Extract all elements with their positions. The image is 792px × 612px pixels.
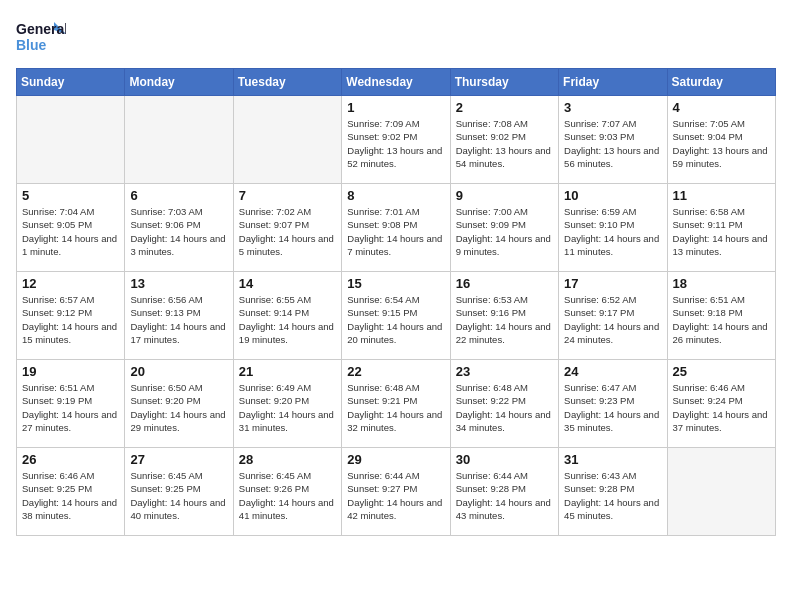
- day-info: Sunrise: 7:08 AM Sunset: 9:02 PM Dayligh…: [456, 117, 553, 170]
- day-number: 2: [456, 100, 553, 115]
- day-number: 18: [673, 276, 770, 291]
- col-header-friday: Friday: [559, 69, 667, 96]
- week-row-4: 19Sunrise: 6:51 AM Sunset: 9:19 PM Dayli…: [17, 360, 776, 448]
- calendar-cell: 29Sunrise: 6:44 AM Sunset: 9:27 PM Dayli…: [342, 448, 450, 536]
- svg-text:Blue: Blue: [16, 37, 47, 53]
- day-number: 11: [673, 188, 770, 203]
- day-number: 4: [673, 100, 770, 115]
- calendar-cell: 10Sunrise: 6:59 AM Sunset: 9:10 PM Dayli…: [559, 184, 667, 272]
- day-info: Sunrise: 6:48 AM Sunset: 9:22 PM Dayligh…: [456, 381, 553, 434]
- calendar-cell: 20Sunrise: 6:50 AM Sunset: 9:20 PM Dayli…: [125, 360, 233, 448]
- day-info: Sunrise: 6:48 AM Sunset: 9:21 PM Dayligh…: [347, 381, 444, 434]
- calendar-cell: 2Sunrise: 7:08 AM Sunset: 9:02 PM Daylig…: [450, 96, 558, 184]
- day-info: Sunrise: 6:52 AM Sunset: 9:17 PM Dayligh…: [564, 293, 661, 346]
- calendar-cell: 9Sunrise: 7:00 AM Sunset: 9:09 PM Daylig…: [450, 184, 558, 272]
- calendar-cell: 28Sunrise: 6:45 AM Sunset: 9:26 PM Dayli…: [233, 448, 341, 536]
- calendar-cell: [667, 448, 775, 536]
- day-number: 23: [456, 364, 553, 379]
- calendar-cell: 21Sunrise: 6:49 AM Sunset: 9:20 PM Dayli…: [233, 360, 341, 448]
- day-info: Sunrise: 6:58 AM Sunset: 9:11 PM Dayligh…: [673, 205, 770, 258]
- calendar-cell: 1Sunrise: 7:09 AM Sunset: 9:02 PM Daylig…: [342, 96, 450, 184]
- calendar-cell: 3Sunrise: 7:07 AM Sunset: 9:03 PM Daylig…: [559, 96, 667, 184]
- day-number: 7: [239, 188, 336, 203]
- day-info: Sunrise: 6:53 AM Sunset: 9:16 PM Dayligh…: [456, 293, 553, 346]
- day-info: Sunrise: 6:51 AM Sunset: 9:18 PM Dayligh…: [673, 293, 770, 346]
- col-header-tuesday: Tuesday: [233, 69, 341, 96]
- calendar-cell: 6Sunrise: 7:03 AM Sunset: 9:06 PM Daylig…: [125, 184, 233, 272]
- day-number: 17: [564, 276, 661, 291]
- calendar-cell: [17, 96, 125, 184]
- day-info: Sunrise: 6:51 AM Sunset: 9:19 PM Dayligh…: [22, 381, 119, 434]
- day-number: 13: [130, 276, 227, 291]
- calendar-cell: [125, 96, 233, 184]
- day-info: Sunrise: 6:49 AM Sunset: 9:20 PM Dayligh…: [239, 381, 336, 434]
- day-info: Sunrise: 6:46 AM Sunset: 9:25 PM Dayligh…: [22, 469, 119, 522]
- calendar-cell: 17Sunrise: 6:52 AM Sunset: 9:17 PM Dayli…: [559, 272, 667, 360]
- day-number: 14: [239, 276, 336, 291]
- day-info: Sunrise: 7:09 AM Sunset: 9:02 PM Dayligh…: [347, 117, 444, 170]
- calendar-cell: 31Sunrise: 6:43 AM Sunset: 9:28 PM Dayli…: [559, 448, 667, 536]
- day-info: Sunrise: 6:55 AM Sunset: 9:14 PM Dayligh…: [239, 293, 336, 346]
- calendar-cell: 14Sunrise: 6:55 AM Sunset: 9:14 PM Dayli…: [233, 272, 341, 360]
- day-info: Sunrise: 7:05 AM Sunset: 9:04 PM Dayligh…: [673, 117, 770, 170]
- day-info: Sunrise: 6:44 AM Sunset: 9:28 PM Dayligh…: [456, 469, 553, 522]
- day-number: 8: [347, 188, 444, 203]
- day-number: 19: [22, 364, 119, 379]
- calendar-cell: 27Sunrise: 6:45 AM Sunset: 9:25 PM Dayli…: [125, 448, 233, 536]
- calendar-cell: 25Sunrise: 6:46 AM Sunset: 9:24 PM Dayli…: [667, 360, 775, 448]
- day-info: Sunrise: 7:04 AM Sunset: 9:05 PM Dayligh…: [22, 205, 119, 258]
- calendar-cell: [233, 96, 341, 184]
- calendar-cell: 5Sunrise: 7:04 AM Sunset: 9:05 PM Daylig…: [17, 184, 125, 272]
- day-info: Sunrise: 6:44 AM Sunset: 9:27 PM Dayligh…: [347, 469, 444, 522]
- calendar-cell: 7Sunrise: 7:02 AM Sunset: 9:07 PM Daylig…: [233, 184, 341, 272]
- day-number: 30: [456, 452, 553, 467]
- day-info: Sunrise: 7:07 AM Sunset: 9:03 PM Dayligh…: [564, 117, 661, 170]
- day-info: Sunrise: 6:46 AM Sunset: 9:24 PM Dayligh…: [673, 381, 770, 434]
- day-info: Sunrise: 6:57 AM Sunset: 9:12 PM Dayligh…: [22, 293, 119, 346]
- calendar-cell: 15Sunrise: 6:54 AM Sunset: 9:15 PM Dayli…: [342, 272, 450, 360]
- day-number: 3: [564, 100, 661, 115]
- calendar-cell: 4Sunrise: 7:05 AM Sunset: 9:04 PM Daylig…: [667, 96, 775, 184]
- day-number: 15: [347, 276, 444, 291]
- day-number: 29: [347, 452, 444, 467]
- day-info: Sunrise: 6:50 AM Sunset: 9:20 PM Dayligh…: [130, 381, 227, 434]
- logo: GeneralBlue: [16, 16, 66, 58]
- day-number: 20: [130, 364, 227, 379]
- day-number: 5: [22, 188, 119, 203]
- calendar-cell: 11Sunrise: 6:58 AM Sunset: 9:11 PM Dayli…: [667, 184, 775, 272]
- col-header-thursday: Thursday: [450, 69, 558, 96]
- day-number: 31: [564, 452, 661, 467]
- header-row: SundayMondayTuesdayWednesdayThursdayFrid…: [17, 69, 776, 96]
- day-info: Sunrise: 7:01 AM Sunset: 9:08 PM Dayligh…: [347, 205, 444, 258]
- col-header-sunday: Sunday: [17, 69, 125, 96]
- day-number: 10: [564, 188, 661, 203]
- week-row-2: 5Sunrise: 7:04 AM Sunset: 9:05 PM Daylig…: [17, 184, 776, 272]
- day-info: Sunrise: 6:43 AM Sunset: 9:28 PM Dayligh…: [564, 469, 661, 522]
- day-info: Sunrise: 7:00 AM Sunset: 9:09 PM Dayligh…: [456, 205, 553, 258]
- day-info: Sunrise: 7:02 AM Sunset: 9:07 PM Dayligh…: [239, 205, 336, 258]
- day-number: 25: [673, 364, 770, 379]
- day-number: 22: [347, 364, 444, 379]
- day-number: 27: [130, 452, 227, 467]
- day-number: 26: [22, 452, 119, 467]
- day-info: Sunrise: 6:45 AM Sunset: 9:26 PM Dayligh…: [239, 469, 336, 522]
- col-header-wednesday: Wednesday: [342, 69, 450, 96]
- logo-svg: GeneralBlue: [16, 16, 66, 58]
- day-info: Sunrise: 6:56 AM Sunset: 9:13 PM Dayligh…: [130, 293, 227, 346]
- calendar-cell: 22Sunrise: 6:48 AM Sunset: 9:21 PM Dayli…: [342, 360, 450, 448]
- day-number: 9: [456, 188, 553, 203]
- col-header-saturday: Saturday: [667, 69, 775, 96]
- calendar-cell: 16Sunrise: 6:53 AM Sunset: 9:16 PM Dayli…: [450, 272, 558, 360]
- calendar-cell: 12Sunrise: 6:57 AM Sunset: 9:12 PM Dayli…: [17, 272, 125, 360]
- day-info: Sunrise: 6:45 AM Sunset: 9:25 PM Dayligh…: [130, 469, 227, 522]
- page-header: GeneralBlue: [16, 16, 776, 58]
- calendar-cell: 26Sunrise: 6:46 AM Sunset: 9:25 PM Dayli…: [17, 448, 125, 536]
- week-row-3: 12Sunrise: 6:57 AM Sunset: 9:12 PM Dayli…: [17, 272, 776, 360]
- calendar-cell: 19Sunrise: 6:51 AM Sunset: 9:19 PM Dayli…: [17, 360, 125, 448]
- calendar-table: SundayMondayTuesdayWednesdayThursdayFrid…: [16, 68, 776, 536]
- day-number: 16: [456, 276, 553, 291]
- day-number: 24: [564, 364, 661, 379]
- day-info: Sunrise: 6:54 AM Sunset: 9:15 PM Dayligh…: [347, 293, 444, 346]
- day-number: 21: [239, 364, 336, 379]
- calendar-cell: 18Sunrise: 6:51 AM Sunset: 9:18 PM Dayli…: [667, 272, 775, 360]
